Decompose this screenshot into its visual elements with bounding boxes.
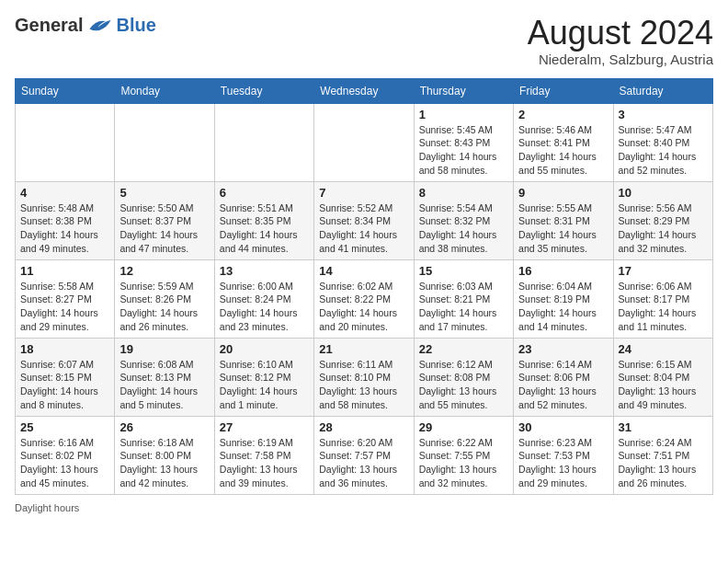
day-info: Sunrise: 6:23 AMSunset: 7:53 PMDaylight:… — [518, 436, 608, 490]
calendar-cell: 23Sunrise: 6:14 AMSunset: 8:06 PMDayligh… — [514, 338, 613, 416]
calendar-title-area: August 2024 Niederalm, Salzburg, Austria — [528, 15, 713, 67]
day-number: 6 — [220, 186, 309, 200]
day-info: Sunrise: 6:07 AMSunset: 8:15 PMDaylight:… — [20, 358, 109, 412]
day-info: Sunrise: 6:11 AMSunset: 8:10 PMDaylight:… — [319, 358, 408, 412]
calendar-cell: 14Sunrise: 6:02 AMSunset: 8:22 PMDayligh… — [314, 259, 414, 338]
day-info: Sunrise: 5:46 AMSunset: 8:41 PMDaylight:… — [518, 123, 608, 178]
day-number: 17 — [619, 264, 708, 278]
calendar-cell: 12Sunrise: 5:59 AMSunset: 8:26 PMDayligh… — [115, 259, 214, 338]
day-info: Sunrise: 5:59 AMSunset: 8:26 PMDaylight:… — [119, 280, 209, 334]
header-thursday: Thursday — [414, 78, 513, 103]
day-info: Sunrise: 5:56 AMSunset: 8:29 PMDaylight:… — [619, 201, 708, 256]
header-monday: Monday — [115, 78, 214, 103]
day-number: 23 — [518, 342, 608, 356]
day-info: Sunrise: 6:18 AMSunset: 8:00 PMDaylight:… — [119, 436, 209, 490]
day-number: 29 — [419, 420, 508, 434]
calendar-week-3: 18Sunrise: 6:07 AMSunset: 8:15 PMDayligh… — [16, 338, 713, 416]
day-number: 18 — [20, 342, 109, 356]
day-info: Sunrise: 6:19 AMSunset: 7:58 PMDaylight:… — [220, 436, 309, 490]
day-info: Sunrise: 5:51 AMSunset: 8:35 PMDaylight:… — [220, 201, 309, 256]
page-header: General Blue August 2024 Niederalm, Salz… — [15, 15, 713, 67]
day-number: 12 — [119, 264, 209, 278]
day-number: 26 — [119, 420, 209, 434]
day-number: 30 — [518, 420, 608, 434]
day-info: Sunrise: 6:03 AMSunset: 8:21 PMDaylight:… — [419, 280, 508, 334]
day-number: 21 — [319, 342, 408, 356]
day-info: Sunrise: 6:00 AMSunset: 8:24 PMDaylight:… — [220, 280, 309, 334]
day-info: Sunrise: 5:55 AMSunset: 8:31 PMDaylight:… — [518, 201, 608, 256]
day-number: 2 — [518, 108, 608, 121]
day-info: Sunrise: 5:48 AMSunset: 8:38 PMDaylight:… — [20, 201, 109, 256]
calendar-cell: 28Sunrise: 6:20 AMSunset: 7:57 PMDayligh… — [314, 416, 414, 494]
day-info: Sunrise: 5:45 AMSunset: 8:43 PMDaylight:… — [419, 123, 508, 178]
calendar-cell — [214, 103, 313, 181]
calendar-cell: 16Sunrise: 6:04 AMSunset: 8:19 PMDayligh… — [514, 259, 613, 338]
day-number: 1 — [419, 108, 508, 121]
calendar-cell: 31Sunrise: 6:24 AMSunset: 7:51 PMDayligh… — [613, 416, 712, 494]
day-number: 7 — [319, 186, 408, 200]
calendar-cell: 26Sunrise: 6:18 AMSunset: 8:00 PMDayligh… — [115, 416, 214, 494]
calendar-cell: 7Sunrise: 5:52 AMSunset: 8:34 PMDaylight… — [314, 181, 414, 259]
calendar-cell: 29Sunrise: 6:22 AMSunset: 7:55 PMDayligh… — [414, 416, 513, 494]
calendar-cell: 4Sunrise: 5:48 AMSunset: 8:38 PMDaylight… — [16, 181, 115, 259]
day-number: 4 — [20, 186, 109, 200]
calendar-cell: 30Sunrise: 6:23 AMSunset: 7:53 PMDayligh… — [514, 416, 613, 494]
day-info: Sunrise: 6:10 AMSunset: 8:12 PMDaylight:… — [220, 358, 309, 412]
calendar-week-2: 11Sunrise: 5:58 AMSunset: 8:27 PMDayligh… — [16, 259, 713, 338]
day-number: 5 — [119, 186, 209, 200]
header-saturday: Saturday — [613, 78, 712, 103]
header-tuesday: Tuesday — [214, 78, 313, 103]
header-wednesday: Wednesday — [314, 78, 414, 103]
day-number: 25 — [20, 420, 109, 434]
logo-blue-text: Blue — [116, 15, 155, 36]
header-friday: Friday — [514, 78, 613, 103]
calendar-cell: 9Sunrise: 5:55 AMSunset: 8:31 PMDaylight… — [514, 181, 613, 259]
footer-note: Daylight hours — [15, 502, 713, 513]
day-info: Sunrise: 6:16 AMSunset: 8:02 PMDaylight:… — [20, 436, 109, 490]
location-subtitle: Niederalm, Salzburg, Austria — [528, 52, 713, 67]
day-number: 10 — [619, 186, 708, 200]
calendar-cell: 8Sunrise: 5:54 AMSunset: 8:32 PMDaylight… — [414, 181, 513, 259]
month-year-title: August 2024 — [528, 15, 713, 52]
calendar-cell: 17Sunrise: 6:06 AMSunset: 8:17 PMDayligh… — [613, 259, 712, 338]
day-number: 11 — [20, 264, 109, 278]
day-number: 9 — [518, 186, 608, 200]
calendar-cell: 18Sunrise: 6:07 AMSunset: 8:15 PMDayligh… — [16, 338, 115, 416]
day-info: Sunrise: 6:02 AMSunset: 8:22 PMDaylight:… — [319, 280, 408, 334]
logo-bird-icon — [86, 16, 112, 36]
day-number: 20 — [220, 342, 309, 356]
day-number: 31 — [619, 420, 708, 434]
calendar-cell — [314, 103, 414, 181]
day-info: Sunrise: 6:08 AMSunset: 8:13 PMDaylight:… — [119, 358, 209, 412]
calendar-cell: 11Sunrise: 5:58 AMSunset: 8:27 PMDayligh… — [16, 259, 115, 338]
calendar-cell — [16, 103, 115, 181]
day-number: 27 — [220, 420, 309, 434]
day-info: Sunrise: 5:50 AMSunset: 8:37 PMDaylight:… — [119, 201, 209, 256]
calendar-cell — [115, 103, 214, 181]
day-info: Sunrise: 6:04 AMSunset: 8:19 PMDaylight:… — [518, 280, 608, 334]
day-number: 3 — [619, 108, 708, 121]
day-number: 24 — [619, 342, 708, 356]
calendar-cell: 2Sunrise: 5:46 AMSunset: 8:41 PMDaylight… — [514, 103, 613, 181]
calendar-cell: 13Sunrise: 6:00 AMSunset: 8:24 PMDayligh… — [214, 259, 313, 338]
day-info: Sunrise: 6:24 AMSunset: 7:51 PMDaylight:… — [619, 436, 708, 490]
calendar-cell: 5Sunrise: 5:50 AMSunset: 8:37 PMDaylight… — [115, 181, 214, 259]
calendar-week-4: 25Sunrise: 6:16 AMSunset: 8:02 PMDayligh… — [16, 416, 713, 494]
day-info: Sunrise: 5:54 AMSunset: 8:32 PMDaylight:… — [419, 201, 508, 256]
day-number: 13 — [220, 264, 309, 278]
calendar-cell: 6Sunrise: 5:51 AMSunset: 8:35 PMDaylight… — [214, 181, 313, 259]
day-info: Sunrise: 5:47 AMSunset: 8:40 PMDaylight:… — [619, 123, 708, 178]
calendar-cell: 19Sunrise: 6:08 AMSunset: 8:13 PMDayligh… — [115, 338, 214, 416]
day-info: Sunrise: 5:58 AMSunset: 8:27 PMDaylight:… — [20, 280, 109, 334]
day-info: Sunrise: 6:14 AMSunset: 8:06 PMDaylight:… — [518, 358, 608, 412]
day-info: Sunrise: 6:06 AMSunset: 8:17 PMDaylight:… — [619, 280, 708, 334]
day-number: 14 — [319, 264, 408, 278]
day-info: Sunrise: 6:15 AMSunset: 8:04 PMDaylight:… — [619, 358, 708, 412]
logo: General Blue — [15, 15, 156, 36]
header-sunday: Sunday — [16, 78, 115, 103]
calendar-cell: 27Sunrise: 6:19 AMSunset: 7:58 PMDayligh… — [214, 416, 313, 494]
calendar-cell: 22Sunrise: 6:12 AMSunset: 8:08 PMDayligh… — [414, 338, 513, 416]
day-info: Sunrise: 6:22 AMSunset: 7:55 PMDaylight:… — [419, 436, 508, 490]
calendar-header-row: SundayMondayTuesdayWednesdayThursdayFrid… — [16, 78, 713, 103]
day-info: Sunrise: 5:52 AMSunset: 8:34 PMDaylight:… — [319, 201, 408, 256]
